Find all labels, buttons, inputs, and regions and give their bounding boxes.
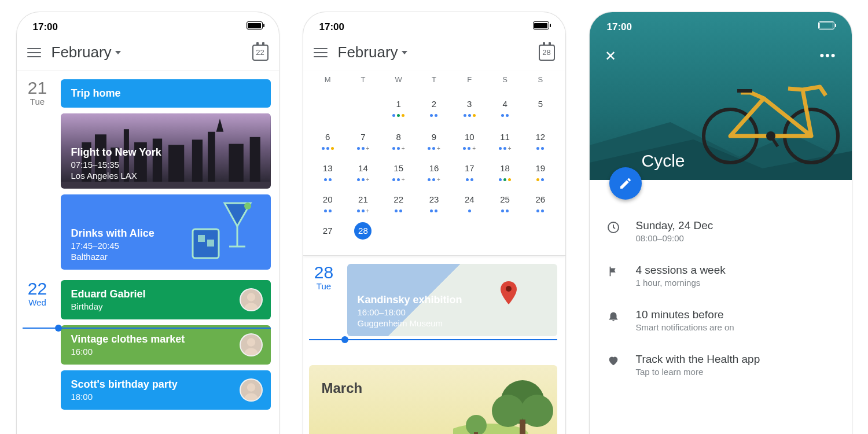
event-time: 16:00–18:00 bbox=[358, 307, 547, 317]
weekday-header: S bbox=[523, 75, 558, 89]
calendar-cell[interactable]: 23 bbox=[416, 187, 451, 215]
calendar-cell[interactable]: 28 bbox=[345, 219, 381, 248]
calendar-cell bbox=[416, 219, 451, 248]
weekday-header: T bbox=[416, 75, 451, 89]
status-bar: 17:00 bbox=[602, 12, 839, 38]
next-month-header[interactable]: March bbox=[309, 365, 557, 434]
edit-fab[interactable] bbox=[609, 167, 642, 200]
calendar-cell[interactable]: 10+ bbox=[452, 125, 487, 153]
heart-icon bbox=[606, 353, 621, 377]
event-card[interactable]: Vintage clothes market16:00 bbox=[61, 325, 271, 365]
calendar-cell[interactable]: 6 bbox=[310, 125, 345, 153]
event-card[interactable]: Drinks with Alice17:45–20:45Balthazar bbox=[61, 194, 271, 270]
calendar-cell[interactable]: 3 bbox=[452, 92, 487, 122]
calendar-cell[interactable]: 21+ bbox=[345, 187, 381, 215]
calendar-cell[interactable]: 2 bbox=[416, 92, 451, 122]
calendar-cell bbox=[487, 219, 523, 248]
svg-point-25 bbox=[506, 286, 512, 292]
calendar-cell[interactable]: 5 bbox=[523, 92, 558, 122]
svg-point-15 bbox=[244, 203, 251, 209]
event-card[interactable]: Flight to New York07:15–15:35Los Angeles… bbox=[61, 113, 271, 189]
calendar-cell[interactable]: 26 bbox=[523, 187, 558, 215]
bicycle-illustration bbox=[696, 67, 846, 165]
calendar-cell bbox=[452, 219, 487, 248]
app-bar: February 28 bbox=[303, 38, 565, 71]
calendar-cell[interactable]: 17 bbox=[452, 156, 487, 184]
menu-button[interactable] bbox=[314, 48, 328, 57]
event-card[interactable]: Eduard GabrielBirthday bbox=[61, 280, 271, 319]
status-bar: 17:00 bbox=[303, 12, 565, 38]
today-badge: 22 bbox=[256, 48, 264, 57]
map-pin-icon bbox=[501, 281, 517, 304]
day-label: 28 Tue bbox=[309, 264, 339, 336]
clock-icon bbox=[606, 219, 621, 243]
menu-button[interactable] bbox=[27, 48, 41, 57]
calendar-cell[interactable]: 18 bbox=[487, 156, 523, 184]
today-button[interactable]: 22 bbox=[252, 45, 269, 61]
calendar-cell[interactable]: 20 bbox=[310, 187, 345, 215]
month-label: February bbox=[52, 43, 112, 61]
calendar-cell[interactable]: 13 bbox=[310, 156, 345, 184]
calendar-cell[interactable]: 15+ bbox=[381, 156, 416, 184]
calendar-cell[interactable]: 4 bbox=[487, 92, 523, 122]
calendar-cell[interactable]: 9+ bbox=[416, 125, 451, 153]
hero-header: 17:00 ✕ ••• Cycle bbox=[590, 12, 852, 180]
event-title: Kandinsky exhibition bbox=[358, 294, 547, 306]
calendar-cell[interactable]: 7+ bbox=[345, 125, 381, 153]
month-grid[interactable]: MTWTFSS1234567+8+9+10+11+121314+15+16+17… bbox=[303, 71, 565, 256]
flag-icon bbox=[606, 264, 621, 288]
calendar-cell[interactable]: 8+ bbox=[381, 125, 416, 153]
calendar-cell[interactable]: 25 bbox=[487, 187, 523, 215]
month-label: February bbox=[338, 43, 398, 61]
detail-rows: Sunday, 24 Dec 08:00–09:00 4 sessions a … bbox=[590, 180, 852, 387]
calendar-cell[interactable]: 12 bbox=[523, 125, 558, 153]
status-time: 17:00 bbox=[33, 21, 58, 33]
month-picker[interactable]: February bbox=[52, 43, 121, 61]
event-card[interactable]: Trip home bbox=[61, 79, 271, 108]
calendar-cell bbox=[310, 92, 345, 122]
selected-day-section: 28 Tue Kandinsky exhibition 16:00–18:00 … bbox=[303, 256, 565, 434]
calendar-cell[interactable]: 16+ bbox=[416, 156, 451, 184]
bell-icon bbox=[606, 308, 621, 332]
calendar-cell[interactable]: 19 bbox=[523, 156, 558, 184]
status-bar: 17:00 bbox=[17, 12, 279, 38]
calendar-cell[interactable]: 24 bbox=[452, 187, 487, 215]
weekday-header: F bbox=[452, 75, 487, 89]
today-button[interactable]: 28 bbox=[539, 45, 555, 61]
caret-down-icon bbox=[115, 51, 121, 54]
close-button[interactable]: ✕ bbox=[605, 48, 616, 64]
detail-row[interactable]: 4 sessions a week 1 hour, mornings bbox=[606, 253, 840, 298]
calendar-cell[interactable]: 14+ bbox=[345, 156, 381, 184]
now-indicator bbox=[23, 328, 271, 329]
schedule-list[interactable]: 21TueTrip home Flight to New York07:15–1… bbox=[17, 71, 279, 434]
event-card[interactable]: Kandinsky exhibition 16:00–18:00 Guggenh… bbox=[347, 264, 557, 336]
svg-point-28 bbox=[492, 395, 524, 427]
calendar-cell[interactable]: 22 bbox=[381, 187, 416, 215]
phone-schedule-view: 17:00 February 22 21TueTrip home Flight … bbox=[16, 12, 279, 434]
battery-icon bbox=[247, 21, 263, 30]
calendar-cell[interactable]: 1 bbox=[381, 92, 416, 122]
battery-icon bbox=[533, 21, 549, 30]
detail-row[interactable]: 10 minutes before Smart notifications ar… bbox=[606, 298, 840, 343]
event-title: Cycle bbox=[642, 151, 685, 171]
avatar bbox=[240, 333, 263, 356]
calendar-cell bbox=[381, 219, 416, 248]
svg-rect-30 bbox=[520, 420, 525, 434]
svg-point-22 bbox=[247, 338, 255, 346]
avatar bbox=[240, 288, 263, 311]
phone-month-view: 17:00 February 28 MTWTFSS1234567+8+9+10+… bbox=[303, 12, 566, 434]
calendar-cell bbox=[523, 219, 558, 248]
detail-row[interactable]: Sunday, 24 Dec 08:00–09:00 bbox=[606, 209, 840, 253]
caret-down-icon bbox=[402, 51, 407, 54]
svg-point-29 bbox=[521, 395, 553, 427]
detail-row[interactable]: Track with the Health app Tap to learn m… bbox=[606, 343, 840, 387]
event-card[interactable]: Scott's birthday party18:00 bbox=[61, 370, 271, 410]
day-label: 22Wed bbox=[23, 280, 53, 410]
phone-event-detail: 17:00 ✕ ••• Cycle Sunday, 24 Dec bbox=[589, 12, 852, 434]
calendar-cell[interactable]: 11+ bbox=[487, 125, 523, 153]
month-picker[interactable]: February bbox=[338, 43, 407, 61]
more-button[interactable]: ••• bbox=[819, 48, 836, 64]
svg-point-20 bbox=[247, 293, 255, 301]
svg-point-24 bbox=[247, 383, 255, 391]
calendar-cell[interactable]: 27 bbox=[310, 219, 345, 248]
